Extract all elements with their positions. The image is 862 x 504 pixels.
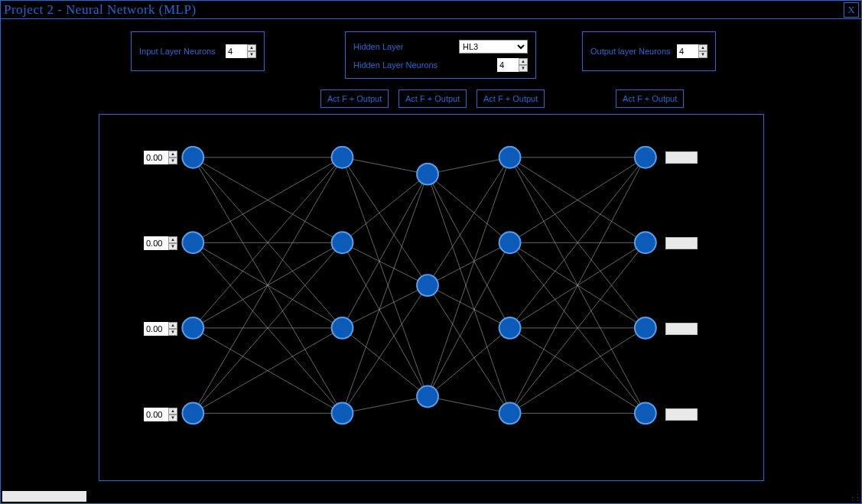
edge [342, 396, 428, 413]
output-layer-value[interactable] [677, 44, 698, 58]
edge [428, 242, 510, 285]
title-bar: Project 2 - Neural Network (MLP) X [1, 1, 861, 19]
neuron-node[interactable] [332, 317, 353, 339]
edge [428, 328, 510, 397]
input-neuron-value[interactable] [144, 408, 168, 421]
neuron-node[interactable] [417, 386, 438, 408]
spinner-up-icon[interactable]: ▲ [168, 151, 177, 158]
close-button[interactable]: X [844, 2, 859, 18]
edge [342, 174, 428, 414]
edge [342, 285, 428, 328]
group-hidden-layer: Hidden Layer HL3 Hidden Layer Neurons ▲ … [345, 31, 536, 79]
neuron-node[interactable] [635, 317, 656, 339]
edge [428, 174, 510, 243]
actf-button-row: Act F + Output Act F + Output Act F + Ou… [1, 89, 861, 112]
neuron-node[interactable] [182, 232, 203, 253]
actf-button-output[interactable]: Act F + Output [616, 89, 684, 108]
edge [428, 158, 510, 397]
spinner-down-icon[interactable]: ▼ [698, 51, 707, 58]
hidden-neurons-label: Hidden Layer Neurons [353, 60, 438, 70]
hidden-neurons-value[interactable] [497, 58, 519, 72]
spinner-down-icon[interactable]: ▼ [247, 51, 256, 58]
group-input-layer: Input Layer Neurons ▲ ▼ [131, 31, 265, 71]
spinner-down-icon[interactable]: ▼ [168, 243, 177, 250]
edge [342, 242, 428, 285]
neuron-node[interactable] [182, 317, 203, 339]
hidden-layer-select[interactable]: HL3 [459, 40, 528, 54]
actf-button-hl1[interactable]: Act F + Output [320, 89, 389, 108]
network-svg [99, 115, 763, 480]
input-layer-value[interactable] [226, 44, 247, 58]
actf-button-hl2[interactable]: Act F + Output [398, 89, 467, 108]
status-strip [2, 491, 86, 502]
output-neuron-value [665, 408, 698, 421]
neuron-node[interactable] [332, 147, 353, 168]
window-frame: Project 2 - Neural Network (MLP) X Input… [0, 0, 862, 504]
spinner-up-icon[interactable]: ▲ [168, 236, 177, 243]
spinner-down-icon[interactable]: ▼ [168, 415, 177, 421]
neuron-node[interactable] [499, 402, 521, 424]
edge [342, 328, 428, 397]
edge [428, 285, 510, 328]
edge [342, 158, 428, 174]
resize-grip-icon[interactable]: .. .. . . [849, 491, 860, 502]
neuron-node[interactable] [635, 402, 656, 424]
spinner-down-icon[interactable]: ▼ [168, 329, 177, 336]
input-layer-spinner[interactable]: ▲ ▼ [226, 44, 256, 58]
edge [428, 174, 510, 414]
neuron-node[interactable] [635, 147, 656, 168]
spinner-up-icon[interactable]: ▲ [168, 322, 177, 329]
hidden-neurons-spinner[interactable]: ▲ ▼ [497, 58, 528, 72]
neuron-node[interactable] [499, 147, 521, 168]
edge [428, 158, 510, 174]
edge [428, 396, 510, 413]
input-neuron-spinner[interactable]: ▲▼ [144, 408, 177, 421]
input-neuron-spinner[interactable]: ▲▼ [144, 322, 177, 336]
spinner-down-icon[interactable]: ▼ [519, 65, 528, 72]
input-neuron-value[interactable] [144, 151, 168, 164]
neuron-node[interactable] [332, 232, 353, 253]
neuron-node[interactable] [635, 232, 656, 253]
group-output-layer: Output layer Neurons ▲ ▼ [582, 31, 716, 71]
hidden-layer-label: Hidden Layer [353, 42, 403, 51]
actf-button-hl3[interactable]: Act F + Output [477, 89, 545, 108]
input-layer-label: Input Layer Neurons [139, 47, 216, 56]
neuron-node[interactable] [499, 317, 521, 339]
input-neuron-value[interactable] [144, 322, 168, 336]
spinner-down-icon[interactable]: ▼ [168, 158, 177, 164]
spinner-up-icon[interactable]: ▲ [698, 44, 707, 51]
neuron-node[interactable] [332, 402, 353, 424]
spinner-up-icon[interactable]: ▲ [247, 44, 256, 51]
network-canvas: ▲▼▲▼▲▼▲▼ [99, 114, 764, 481]
output-neuron-value [665, 151, 698, 164]
spinner-up-icon[interactable]: ▲ [168, 408, 177, 415]
edge [342, 158, 428, 397]
controls-row: Input Layer Neurons ▲ ▼ Hidden Layer HL3… [1, 31, 861, 85]
neuron-node[interactable] [417, 275, 438, 296]
input-neuron-spinner[interactable]: ▲▼ [144, 151, 177, 164]
neuron-node[interactable] [182, 147, 203, 168]
input-neuron-spinner[interactable]: ▲▼ [144, 236, 177, 250]
output-neuron-value [665, 237, 698, 249]
neuron-node[interactable] [417, 164, 438, 185]
input-neuron-value[interactable] [144, 236, 168, 250]
output-layer-label: Output layer Neurons [590, 47, 671, 56]
edge [342, 174, 428, 243]
spinner-up-icon[interactable]: ▲ [519, 58, 528, 65]
output-neuron-value [665, 323, 698, 335]
output-layer-spinner[interactable]: ▲ ▼ [677, 44, 707, 58]
neuron-node[interactable] [182, 402, 203, 424]
window-title: Project 2 - Neural Network (MLP) [4, 2, 197, 18]
neuron-node[interactable] [499, 232, 521, 253]
